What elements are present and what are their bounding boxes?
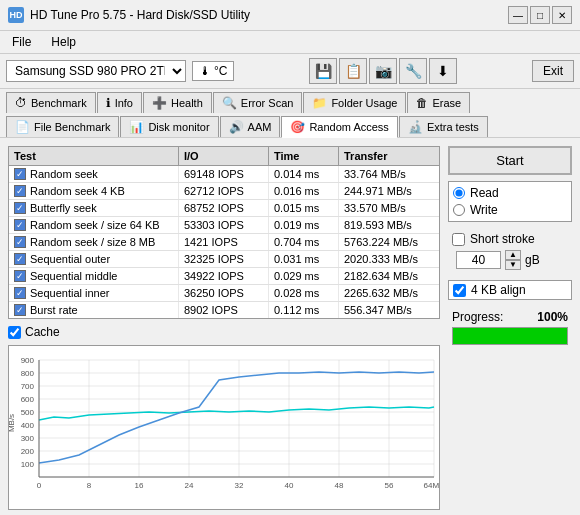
maximize-button[interactable]: □ xyxy=(530,6,550,24)
svg-text:8: 8 xyxy=(87,481,92,490)
tab-random-access[interactable]: 🎯 Random Access xyxy=(281,116,397,138)
tab-error-scan[interactable]: 🔍 Error Scan xyxy=(213,92,303,113)
table-header: Test I/O Time Transfer xyxy=(9,147,439,166)
row-checkbox-3[interactable]: ✓ xyxy=(14,219,26,231)
row-checkbox-2[interactable]: ✓ xyxy=(14,202,26,214)
tab-erase-label: Erase xyxy=(432,97,461,109)
table-row: ✓Random seek / size 8 MB 1421 IOPS 0.704… xyxy=(9,234,439,251)
toolbar-btn-1[interactable]: 💾 xyxy=(309,58,337,84)
tab-folder-usage[interactable]: 📁 Folder Usage xyxy=(303,92,406,113)
tab-extra-tests-label: Extra tests xyxy=(427,121,479,133)
row-checkbox-1[interactable]: ✓ xyxy=(14,185,26,197)
row-checkbox-6[interactable]: ✓ xyxy=(14,270,26,282)
toolbar-btn-3[interactable]: 📷 xyxy=(369,58,397,84)
menu-file[interactable]: File xyxy=(8,33,35,51)
short-stroke-checkbox[interactable] xyxy=(452,233,465,246)
gb-spinbox: ▲ ▼ xyxy=(505,250,521,270)
cell-time-0: 0.014 ms xyxy=(269,166,339,182)
tab-health-label: Health xyxy=(171,97,203,109)
align-label: 4 KB align xyxy=(471,283,526,297)
gb-spin-up[interactable]: ▲ xyxy=(505,250,521,260)
tab-disk-monitor[interactable]: 📊 Disk monitor xyxy=(120,116,218,137)
menu-help[interactable]: Help xyxy=(47,33,80,51)
minimize-button[interactable]: — xyxy=(508,6,528,24)
toolbar-btn-4[interactable]: 🔧 xyxy=(399,58,427,84)
svg-text:16: 16 xyxy=(135,481,144,490)
tab-error-scan-label: Error Scan xyxy=(241,97,294,109)
row-checkbox-4[interactable]: ✓ xyxy=(14,236,26,248)
row-checkbox-7[interactable]: ✓ xyxy=(14,287,26,299)
cell-time-6: 0.029 ms xyxy=(269,268,339,284)
nav-tabs-row2: 📄 File Benchmark 📊 Disk monitor 🔊 AAM 🎯 … xyxy=(0,113,580,138)
svg-text:40: 40 xyxy=(285,481,294,490)
tab-info-label: Info xyxy=(115,97,133,109)
row-checkbox-0[interactable]: ✓ xyxy=(14,168,26,180)
progress-section: Progress: 100% xyxy=(448,306,572,349)
gb-input[interactable] xyxy=(456,251,501,269)
progress-value: 100% xyxy=(537,310,568,324)
exit-button[interactable]: Exit xyxy=(532,60,574,82)
progress-bar-inner xyxy=(453,328,567,344)
tab-benchmark-label: Benchmark xyxy=(31,97,87,109)
read-radio[interactable] xyxy=(453,187,465,199)
row-checkbox-5[interactable]: ✓ xyxy=(14,253,26,265)
svg-text:48: 48 xyxy=(335,481,344,490)
tab-info[interactable]: ℹ Info xyxy=(97,92,142,113)
svg-text:600: 600 xyxy=(21,395,35,404)
main-content: Test I/O Time Transfer ✓Random seek 6914… xyxy=(0,138,580,515)
cell-transfer-0: 33.764 MB/s xyxy=(339,166,439,182)
short-stroke-row: Short stroke xyxy=(452,232,568,246)
tab-aam[interactable]: 🔊 AAM xyxy=(220,116,281,137)
temp-unit: °C xyxy=(214,64,227,78)
gb-input-row: ▲ ▼ gB xyxy=(452,250,568,270)
align-checkbox[interactable] xyxy=(453,284,466,297)
svg-text:24: 24 xyxy=(185,481,194,490)
cell-io-0: 69148 IOPS xyxy=(179,166,269,182)
close-button[interactable]: ✕ xyxy=(552,6,572,24)
cell-transfer-8: 556.347 MB/s xyxy=(339,302,439,318)
svg-text:900: 900 xyxy=(21,356,35,365)
temp-display: 🌡 °C xyxy=(192,61,234,81)
write-radio[interactable] xyxy=(453,204,465,216)
cell-test-6: ✓Sequential middle xyxy=(9,268,179,284)
drive-select[interactable]: Samsung SSD 980 PRO 2TB (2000 gB) xyxy=(6,60,186,82)
thermometer-icon: 🌡 xyxy=(199,64,211,78)
tab-erase[interactable]: 🗑 Erase xyxy=(407,92,470,113)
window-controls: — □ ✕ xyxy=(508,6,572,24)
cell-time-3: 0.019 ms xyxy=(269,217,339,233)
cell-time-4: 0.704 ms xyxy=(269,234,339,250)
svg-text:700: 700 xyxy=(21,382,35,391)
cell-time-8: 0.112 ms xyxy=(269,302,339,318)
cell-test-7: ✓Sequential inner xyxy=(9,285,179,301)
nav-tabs-row1: ⏱ Benchmark ℹ Info ➕ Health 🔍 Error Scan… xyxy=(0,89,580,114)
gb-spin-down[interactable]: ▼ xyxy=(505,260,521,270)
tab-aam-label: AAM xyxy=(248,121,272,133)
tab-health[interactable]: ➕ Health xyxy=(143,92,212,113)
tab-random-access-label: Random Access xyxy=(309,121,388,133)
svg-rect-0 xyxy=(9,355,439,500)
svg-text:100: 100 xyxy=(21,460,35,469)
svg-text:MB/s: MB/s xyxy=(9,414,16,432)
toolbar-btn-5[interactable]: ⬇ xyxy=(429,58,457,84)
row-checkbox-8[interactable]: ✓ xyxy=(14,304,26,316)
tab-file-benchmark[interactable]: 📄 File Benchmark xyxy=(6,116,119,137)
read-radio-row: Read xyxy=(453,186,567,200)
write-label: Write xyxy=(470,203,498,217)
cache-checkbox[interactable] xyxy=(8,326,21,339)
toolbar-btn-2[interactable]: 📋 xyxy=(339,58,367,84)
extra-tests-icon: 🔬 xyxy=(408,120,423,134)
menu-bar: File Help xyxy=(0,31,580,54)
options-group: Short stroke ▲ ▼ gB xyxy=(448,228,572,274)
tab-benchmark[interactable]: ⏱ Benchmark xyxy=(6,92,96,113)
table-row: ✓Burst rate 8902 IOPS 0.112 ms 556.347 M… xyxy=(9,302,439,318)
tab-extra-tests[interactable]: 🔬 Extra tests xyxy=(399,116,488,137)
start-button[interactable]: Start xyxy=(448,146,572,175)
table-row: ✓Sequential inner 36250 IOPS 0.028 ms 22… xyxy=(9,285,439,302)
gb-unit: gB xyxy=(525,253,540,267)
cell-time-1: 0.016 ms xyxy=(269,183,339,199)
cell-transfer-2: 33.570 MB/s xyxy=(339,200,439,216)
table-row: ✓Random seek 69148 IOPS 0.014 ms 33.764 … xyxy=(9,166,439,183)
cell-transfer-4: 5763.224 MB/s xyxy=(339,234,439,250)
file-benchmark-icon: 📄 xyxy=(15,120,30,134)
cell-io-5: 32325 IOPS xyxy=(179,251,269,267)
